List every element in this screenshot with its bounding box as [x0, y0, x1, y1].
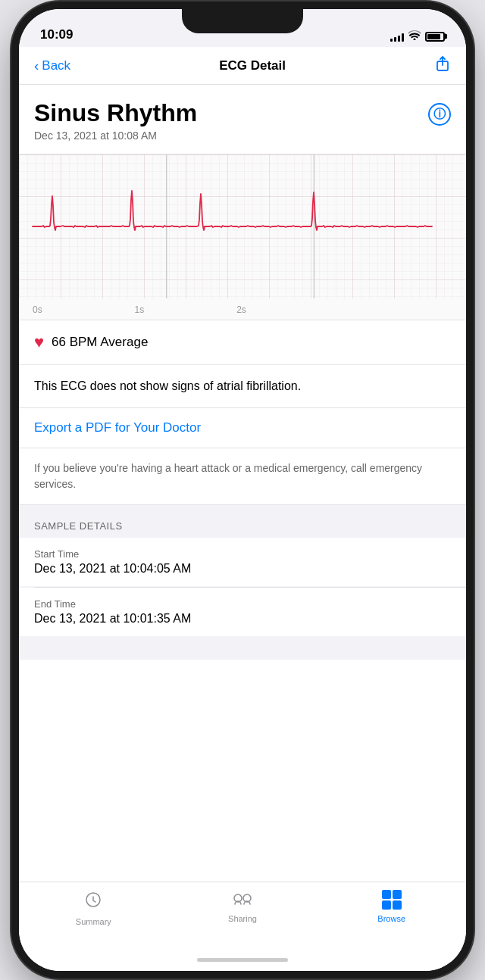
chevron-left-icon: ‹ — [34, 58, 39, 74]
export-section[interactable]: Export a PDF for Your Doctor — [19, 408, 466, 448]
ecg-time-labels: 0s 1s 2s — [19, 304, 466, 315]
tab-summary-label: Summary — [76, 917, 111, 926]
info-button[interactable]: ⓘ — [428, 103, 451, 126]
browse-icon — [382, 890, 402, 910]
rhythm-title: Sinus Rhythm — [34, 100, 197, 126]
export-link[interactable]: Export a PDF for Your Doctor — [34, 420, 201, 435]
battery-icon — [425, 32, 445, 42]
disclaimer-text: If you believe you're having a heart att… — [34, 460, 451, 492]
tab-bar: Summary Sharing — [19, 882, 466, 948]
bpm-section: ♥ 66 BPM Average — [19, 320, 466, 365]
tab-sharing-label: Sharing — [228, 914, 257, 923]
screen: 10:09 — [19, 9, 466, 971]
tab-sharing[interactable]: Sharing — [168, 890, 318, 923]
end-time-label: End Time — [34, 598, 451, 610]
status-icons — [390, 30, 445, 42]
back-label: Back — [42, 58, 70, 73]
page-title: ECG Detail — [219, 58, 286, 73]
end-time-value: Dec 13, 2021 at 10:01:35 AM — [34, 612, 451, 626]
info-icon: ⓘ — [433, 107, 446, 123]
ecg-chart: 0s 1s 2s — [19, 154, 466, 320]
content-scroll[interactable]: Sinus Rhythm Dec 13, 2021 at 10:08 AM ⓘ — [19, 85, 466, 882]
header-section: Sinus Rhythm Dec 13, 2021 at 10:08 AM ⓘ — [19, 85, 466, 154]
sharing-icon — [232, 890, 253, 911]
start-time-label: Start Time — [34, 548, 451, 560]
tab-summary[interactable]: Summary — [19, 890, 168, 926]
bpm-text: 66 BPM Average — [52, 335, 148, 350]
home-indicator-bar — [197, 958, 288, 962]
summary-icon — [83, 890, 103, 914]
ecg-label-0s: 0s — [33, 304, 42, 315]
disclaimer-section: If you believe you're having a heart att… — [19, 448, 466, 505]
notch — [182, 9, 303, 33]
status-time: 10:09 — [40, 27, 73, 42]
sample-details-section: SAMPLE DETAILS Start Time Dec 13, 2021 a… — [19, 505, 466, 660]
signal-bars-icon — [390, 32, 404, 42]
nav-bar: ‹ Back ECG Detail — [19, 47, 466, 85]
back-button[interactable]: ‹ Back — [34, 58, 70, 74]
phone-shell: 10:09 — [19, 9, 466, 971]
tab-browse[interactable]: Browse — [317, 890, 466, 923]
wifi-icon — [408, 30, 421, 42]
rhythm-date: Dec 13, 2021 at 10:08 AM — [34, 130, 197, 142]
header-left: Sinus Rhythm Dec 13, 2021 at 10:08 AM — [34, 100, 197, 142]
share-button[interactable] — [434, 55, 451, 76]
home-indicator — [19, 948, 466, 971]
heart-icon: ♥ — [34, 332, 44, 352]
tab-browse-label: Browse — [377, 914, 405, 923]
description-section: This ECG does not show signs of atrial f… — [19, 365, 466, 408]
start-time-value: Dec 13, 2021 at 10:04:05 AM — [34, 562, 451, 576]
ecg-label-2s: 2s — [236, 304, 246, 315]
end-time-card: End Time Dec 13, 2021 at 10:01:35 AM — [19, 588, 466, 636]
ecg-label-1s: 1s — [135, 304, 145, 315]
sample-details-label: SAMPLE DETAILS — [19, 520, 466, 538]
description-text: This ECG does not show signs of atrial f… — [34, 377, 451, 395]
start-time-card: Start Time Dec 13, 2021 at 10:04:05 AM — [19, 538, 466, 586]
